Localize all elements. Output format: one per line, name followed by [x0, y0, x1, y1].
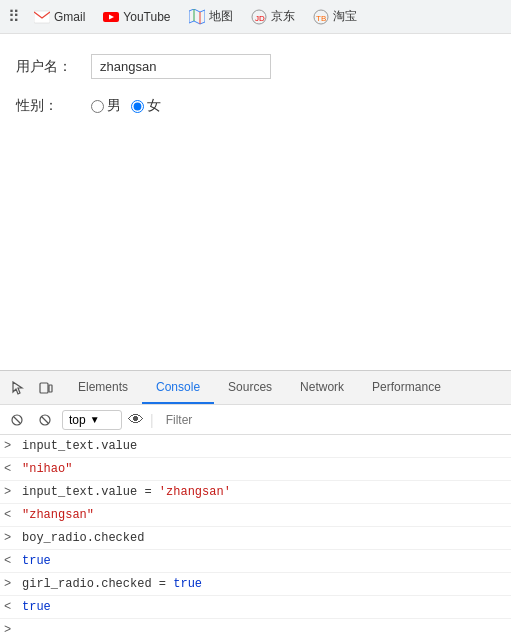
- cursor-icon-btn[interactable]: [4, 374, 32, 402]
- svg-text:TB: TB: [316, 14, 326, 23]
- console-line: < "zhangsan": [0, 504, 511, 527]
- svg-marker-10: [13, 382, 22, 394]
- ban-icon: [38, 413, 52, 427]
- svg-line-16: [42, 416, 49, 423]
- gender-female-label: 女: [147, 97, 161, 115]
- devtools-panel: Elements Console Sources Network Perform…: [0, 370, 511, 640]
- console-prompt: >: [4, 621, 16, 639]
- apps-icon[interactable]: ⠿: [8, 7, 20, 26]
- eye-icon[interactable]: 👁: [128, 411, 144, 429]
- svg-rect-12: [49, 385, 52, 392]
- svg-line-14: [14, 417, 20, 423]
- console-text: boy_radio.checked: [22, 529, 144, 547]
- console-prompt: <: [4, 552, 16, 570]
- console-line: > input_text.value = 'zhangsan': [0, 481, 511, 504]
- gender-male-radio[interactable]: [91, 100, 104, 113]
- jd-icon: JD: [251, 9, 267, 25]
- username-label: 用户名：: [16, 58, 91, 76]
- ban-btn[interactable]: [34, 409, 56, 431]
- console-text: input_text.value = 'zhangsan': [22, 483, 231, 501]
- username-row: 用户名：: [16, 54, 495, 79]
- console-prompt: >: [4, 483, 16, 501]
- browser-toolbar: ⠿ Gmail YouTube 地图 JD 京东: [0, 0, 511, 34]
- tab-elements[interactable]: Elements: [64, 371, 142, 404]
- device-icon-btn[interactable]: [32, 374, 60, 402]
- console-line: > boy_radio.checked: [0, 527, 511, 550]
- tab-console[interactable]: Console: [142, 371, 214, 404]
- console-text: input_text.value: [22, 437, 137, 455]
- page-content: 用户名： 性别： 男 女: [0, 34, 511, 370]
- gender-row: 性别： 男 女: [16, 97, 495, 115]
- devtools-tabs: Elements Console Sources Network Perform…: [64, 371, 455, 404]
- svg-text:JD: JD: [255, 14, 265, 23]
- devtools-tabs-bar: Elements Console Sources Network Perform…: [0, 371, 511, 405]
- bookmark-taobao[interactable]: TB 淘宝: [309, 6, 361, 27]
- jd-label: 京东: [271, 8, 295, 25]
- gmail-icon: [34, 9, 50, 25]
- cursor-icon: [11, 381, 25, 395]
- tab-network[interactable]: Network: [286, 371, 358, 404]
- console-prompt: <: [4, 506, 16, 524]
- device-icon: [39, 381, 53, 395]
- gender-label: 性别：: [16, 97, 91, 115]
- console-text: [22, 621, 29, 639]
- clear-icon: [10, 413, 24, 427]
- console-line: < true: [0, 596, 511, 619]
- youtube-label: YouTube: [123, 10, 170, 24]
- tab-performance[interactable]: Performance: [358, 371, 455, 404]
- console-prompt: <: [4, 460, 16, 478]
- youtube-icon: [103, 9, 119, 25]
- chevron-down-icon: ▼: [90, 414, 100, 425]
- console-prompt: >: [4, 575, 16, 593]
- svg-rect-11: [40, 383, 48, 393]
- gender-male-option[interactable]: 男: [91, 97, 121, 115]
- console-text: true: [22, 598, 51, 616]
- username-input[interactable]: [91, 54, 271, 79]
- console-text: "nihao": [22, 460, 72, 478]
- context-value: top: [69, 413, 86, 427]
- console-line: < "nihao": [0, 458, 511, 481]
- console-line: > input_text.value: [0, 435, 511, 458]
- gender-radio-group: 男 女: [91, 97, 161, 115]
- console-text: girl_radio.checked = true: [22, 575, 202, 593]
- bookmark-maps[interactable]: 地图: [185, 6, 237, 27]
- maps-label: 地图: [209, 8, 233, 25]
- console-text: "zhangsan": [22, 506, 94, 524]
- gender-female-option[interactable]: 女: [131, 97, 161, 115]
- taobao-icon: TB: [313, 9, 329, 25]
- tab-sources[interactable]: Sources: [214, 371, 286, 404]
- gender-male-label: 男: [107, 97, 121, 115]
- maps-icon: [189, 9, 205, 25]
- filter-input[interactable]: [160, 411, 505, 429]
- clear-console-btn[interactable]: [6, 409, 28, 431]
- console-prompt: <: [4, 598, 16, 616]
- svg-rect-0: [34, 11, 50, 23]
- console-line: >: [0, 619, 511, 640]
- console-prompt: >: [4, 437, 16, 455]
- bookmark-gmail[interactable]: Gmail: [30, 7, 89, 27]
- taobao-label: 淘宝: [333, 8, 357, 25]
- console-output: > input_text.value < "nihao" > input_tex…: [0, 435, 511, 640]
- filter-separator: |: [150, 412, 154, 428]
- bookmark-jd[interactable]: JD 京东: [247, 6, 299, 27]
- console-text: true: [22, 552, 51, 570]
- svg-marker-3: [189, 9, 205, 24]
- console-line: > girl_radio.checked = true: [0, 573, 511, 596]
- console-toolbar: top ▼ 👁 |: [0, 405, 511, 435]
- bookmark-youtube[interactable]: YouTube: [99, 7, 174, 27]
- gender-female-radio[interactable]: [131, 100, 144, 113]
- console-prompt: >: [4, 529, 16, 547]
- console-line: < true: [0, 550, 511, 573]
- gmail-label: Gmail: [54, 10, 85, 24]
- context-selector[interactable]: top ▼: [62, 410, 122, 430]
